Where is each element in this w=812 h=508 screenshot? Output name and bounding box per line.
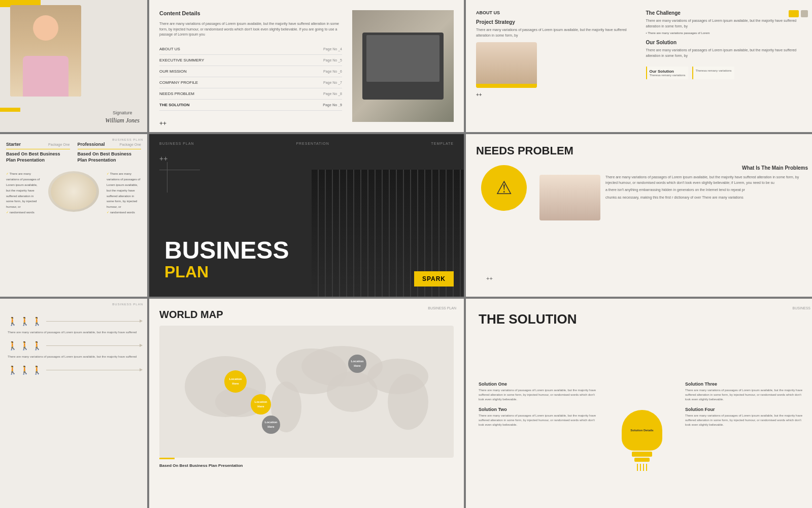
solution-two-title: Solution Two — [479, 407, 599, 412]
solution-center-col: Solution Details — [606, 382, 678, 499]
svg-point-6 — [388, 374, 428, 430]
svg-point-8 — [224, 370, 247, 393]
world-bottom-text: Based On Best Business Plan Presentation — [159, 463, 454, 468]
solution-right-col: Solution Three There are many variations… — [685, 382, 805, 499]
hero-plus-sign: ++ — [159, 154, 167, 163]
solution-two-text: There are many variations of passages of… — [479, 414, 599, 427]
solution-three-text: There are many variations of passages of… — [685, 388, 805, 402]
professional-details: There are many variations of passages of… — [107, 171, 141, 215]
slide-needs-problem: NEEDS PROBLEM ⚠ What Is The Main Problem… — [466, 134, 812, 297]
slide-people-infographic: BUSINESS PLAN 🚶 🚶 🚶 There are many varia… — [0, 299, 147, 508]
slide-hero-dark: BUSINESS PLAN PRESENTATION TEMPLATE ++ B… — [149, 134, 464, 297]
slide-packages: BUSINESS PLAN Starter Package One Based … — [0, 134, 147, 297]
solution-one: Solution One There are many variations o… — [479, 382, 599, 402]
solution-box-1: Our Solution Theresa remany variations — [646, 67, 688, 79]
toc-page-0: Page No _4 — [323, 47, 342, 51]
lightbulb-graphic: Solution Details — [612, 405, 672, 476]
bulb-line-1 — [637, 464, 638, 471]
solution-box-title: Our Solution — [650, 69, 686, 74]
slide-content-details: Content Details There are many variation… — [149, 0, 464, 132]
people-row-2: 🚶 🚶 🚶 — [8, 341, 140, 351]
challenge-title: The Challenge — [646, 10, 808, 16]
svg-text:Location: Location — [351, 360, 364, 363]
bulb-lines — [637, 464, 647, 471]
toc-item-2: OUR MISSIONPage No _6 — [159, 66, 342, 77]
people-icons-3: 🚶 🚶 🚶 — [8, 365, 42, 375]
laptop-image — [352, 10, 454, 122]
warning-section: ⚠ — [476, 165, 532, 220]
solution-one-text: There are many variations of passages of… — [479, 388, 599, 402]
needs-problem-title: NEEDS PROBLEM — [476, 144, 808, 157]
svg-text:Location: Location — [265, 421, 278, 424]
package-row: Starter Package One Based On Best Busine… — [6, 142, 141, 166]
toc-item-0: ABOUT USPage No _4 — [159, 44, 342, 55]
starter-heading: Based On Best Business Plan Presentation — [6, 151, 70, 163]
starter-bullets: There are many variations of passages of… — [6, 171, 41, 215]
toc-label-0: ABOUT US — [159, 47, 180, 51]
plus-sign: ++ — [159, 120, 166, 127]
people-icons-1: 🚶 🚶 🚶 — [8, 316, 42, 326]
problem-text-col: There are many variations of passages of… — [605, 175, 808, 220]
infographic-text-2: There are many variations of passages of… — [8, 355, 140, 359]
starter-package: Starter Package One Based On Best Busine… — [6, 142, 70, 166]
cross-vertical — [167, 162, 167, 193]
starter-details: There are many variations of passages of… — [6, 171, 41, 215]
infographic-bp-label: BUSINESS PLAN — [112, 303, 143, 306]
toc-label-1: EXECUTIVE SUMMERY — [159, 58, 204, 62]
signature-name: William Jones — [105, 117, 140, 124]
solution-boxes: Our Solution Theresa remany variations T… — [646, 62, 808, 79]
yellow-bar-bottom — [0, 108, 20, 112]
svg-point-11 — [251, 394, 271, 415]
toc-label-2: OUR MISSION — [159, 69, 187, 74]
slide-about-us: ABOUT US Project Strategy There are many… — [466, 0, 812, 132]
nav-right: TEMPLATE — [431, 142, 454, 145]
bulb-line-2 — [640, 464, 641, 471]
person-icon-1: 🚶 — [8, 316, 18, 326]
what-is-label: What Is The Main Problems — [539, 165, 808, 171]
needs-content: ⚠ What Is The Main Problems There are ma… — [476, 165, 808, 220]
solution-left-col: Solution One There are many variations o… — [479, 382, 599, 499]
people-icons-2: 🚶 🚶 🚶 — [8, 341, 42, 351]
starter-underline — [6, 149, 70, 149]
svg-point-17 — [262, 416, 280, 434]
infographic-text-1: There are many variations of passages of… — [8, 330, 140, 335]
person-icon-9: 🚶 — [32, 365, 42, 375]
world-map-title: WORLD MAP — [159, 309, 454, 321]
mini-btn-yellow — [789, 10, 799, 17]
person-icon-5: 🚶 — [20, 341, 30, 351]
top-nav: BUSINESS PLAN PRESENTATION TEMPLATE — [149, 142, 464, 145]
arrow-line-2 — [46, 345, 140, 346]
man-image — [539, 175, 600, 220]
toc-page-2: Page No _6 — [323, 70, 342, 73]
solution-box-text-2: Theresa remany variations — [696, 69, 732, 72]
starter-type: Package One — [48, 143, 70, 146]
toc-label-5: THE SOLUTION — [159, 103, 190, 107]
problem-description: There are many variations of passages of… — [605, 175, 808, 185]
problem-details: What Is The Main Problems There are many… — [539, 165, 808, 220]
people-row-3: 🚶 🚶 🚶 — [8, 365, 140, 375]
spark-button[interactable]: SPARK — [414, 271, 454, 287]
svg-text:Location: Location — [255, 400, 267, 403]
professional-name: Professional — [78, 142, 105, 147]
person-icon-7: 🚶 — [8, 365, 18, 375]
warning-circle: ⚠ — [481, 165, 527, 211]
solution-one-title: Solution One — [479, 382, 599, 387]
our-solution-title: Our Solution — [646, 40, 808, 45]
arrow-line-1 — [46, 321, 140, 322]
bulb-circle: Solution Details — [622, 410, 662, 451]
toc-page-3: Page No _7 — [323, 81, 342, 84]
challenge-solution-section: The Challenge There are many variations … — [646, 10, 808, 122]
challenge-text: There are many variations of passages of… — [646, 18, 808, 29]
woman-at-desk-image — [476, 42, 537, 88]
our-solution-text: There are many variations of passages of… — [646, 48, 808, 58]
svg-text:Here: Here — [267, 425, 275, 428]
svg-text:Here: Here — [354, 364, 361, 367]
svg-text:Here: Here — [232, 382, 239, 385]
cross-horizontal — [159, 170, 200, 170]
still-life-image — [48, 171, 99, 212]
solution-box-text-1: Theresa remany variations — [650, 74, 686, 77]
package-content-row: There are many variations of passages of… — [6, 171, 141, 215]
toc-page-4: Page No _8 — [323, 92, 342, 96]
hero-main-title: BUSINESS — [164, 238, 449, 263]
plus-sign-left: ++ — [476, 92, 638, 98]
